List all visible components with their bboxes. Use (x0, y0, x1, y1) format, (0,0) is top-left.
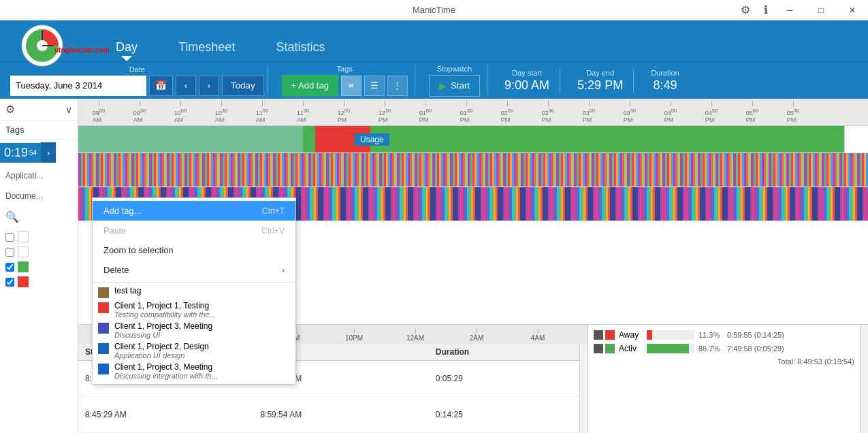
tick-0100: 0100PM (405, 101, 446, 125)
usage-green-1[interactable] (78, 126, 315, 153)
ctx-tag-text-4: Client 1, Project 2, Design Application … (114, 342, 209, 359)
sidebar-item-applications[interactable]: Applicati... (0, 165, 78, 186)
sidebar-checkboxes (0, 227, 78, 291)
sidebar-chevron-icon[interactable]: ∨ (65, 104, 72, 115)
stats-sq1-active (594, 344, 603, 353)
sidebar-tags-label: Tags (5, 125, 24, 135)
ctx-tag-project3-meeting2[interactable]: Client 1, Project 3, Meeting Discussing … (93, 361, 295, 381)
maximize-button[interactable]: □ (805, 0, 837, 20)
ctx-separator (93, 282, 295, 283)
col-duration-label: Duration (436, 347, 469, 357)
ctx-paste: Paste Ctrl+V (93, 221, 295, 240)
btick-4am: 4AM (507, 329, 568, 344)
tick-1200: 1200PM (323, 101, 364, 125)
ctx-tag-testtag[interactable]: test tag (93, 285, 295, 300)
ctx-tag-color-5 (98, 364, 109, 374)
minimize-button[interactable]: ─ (774, 0, 805, 20)
ctx-paste-shortcut: Ctrl+V (261, 226, 285, 236)
tag-view-compact-button[interactable]: ⋮ (387, 76, 408, 96)
ctx-zoom[interactable]: Zoom to selection (93, 240, 295, 260)
stats-bar-active (647, 344, 694, 353)
usage-label: Usage (355, 133, 389, 146)
ctx-delete[interactable]: Delete › (93, 260, 295, 280)
table-row[interactable]: 8:45:29 AM 8:59:54 AM 0:14:25 (78, 397, 579, 433)
tick-0230: 0230PM (528, 101, 568, 125)
ctx-tag-project2-design[interactable]: Client 1, Project 2, Design Application … (93, 340, 295, 361)
play-icon: ▶ (439, 80, 447, 91)
color-block-2 (18, 246, 29, 257)
apps-bar[interactable] (78, 153, 868, 187)
ctx-tag-color-4 (98, 343, 109, 354)
settings-icon[interactable]: ⚙ (5, 103, 15, 116)
add-tag-button[interactable]: + Add tag (282, 75, 338, 97)
tag-view-grid-button[interactable]: ≡ (341, 76, 361, 96)
checkbox-row-1 (5, 231, 72, 242)
checkbox-3[interactable] (5, 263, 14, 272)
sidebar-item-documents[interactable]: Docume... (0, 186, 78, 206)
stats-duration-away: 0:59:55 (0:14:25) (727, 331, 784, 339)
info-icon[interactable]: ℹ (759, 3, 773, 17)
tick-1230: 1230PM (364, 101, 405, 125)
ctx-add-tag-shortcut: Ctrl+T (262, 206, 285, 216)
tick-1130: 1130AM (283, 101, 323, 125)
start-button[interactable]: ▶ Start (429, 75, 480, 97)
timer-expand-button[interactable]: › (41, 142, 56, 163)
tick-0300: 0300PM (568, 101, 609, 125)
tab-statistics[interactable]: Statistics (255, 33, 345, 61)
day-start-value: 9:00 AM (504, 78, 549, 93)
col-duration[interactable]: Duration (429, 344, 579, 361)
prev-date-button[interactable]: ‹ (176, 76, 196, 96)
usage-white (844, 126, 868, 153)
table-scrollbar[interactable] (579, 344, 588, 433)
stats-pct-away: 11.3% (698, 331, 723, 339)
close-button[interactable]: ✕ (837, 0, 868, 20)
duration-value: 8:49 (653, 78, 677, 93)
ctx-tag-color-3 (98, 323, 109, 334)
watermark: utnghochan.com (54, 46, 110, 54)
color-block-3 (18, 261, 29, 272)
timer-value: 0:19 (4, 146, 28, 160)
duration-label: Duration (651, 69, 679, 77)
stats-row-active: Activ 88.7% 7:49:58 (0:05:29) (594, 344, 854, 353)
date-input[interactable] (10, 76, 146, 96)
timer-seconds: 54 (29, 149, 37, 157)
tick-0400: 0400PM (650, 101, 691, 125)
stats-scrollbar[interactable] (860, 325, 868, 433)
btick-2am: 2AM (446, 329, 507, 344)
calendar-button[interactable]: 📅 (149, 76, 173, 96)
stats-total: Total: 8:49:53 (0:19:54) (594, 357, 854, 366)
ctx-tag-text-1: test tag (114, 286, 141, 295)
gear-icon[interactable]: ⚙ (739, 3, 752, 17)
tag-view-list-button[interactable]: ☰ (364, 76, 385, 96)
ctx-add-tag-label: Add tag... (103, 206, 142, 216)
day-start-label: Day start (512, 69, 542, 77)
usage-row: Usage (78, 126, 868, 153)
usage-green-2[interactable] (370, 126, 868, 153)
stats-label-active: Activ (619, 344, 643, 353)
row1-duration: 0:05:29 (429, 361, 579, 397)
checkbox-row-4 (5, 276, 72, 287)
checkbox-2[interactable] (5, 248, 14, 257)
tick-0130: 0130PM (446, 101, 487, 125)
today-button[interactable]: Today (222, 76, 264, 96)
tick-1030: 1030AM (201, 101, 242, 125)
row2-start: 8:45:29 AM (78, 397, 253, 433)
ctx-add-tag[interactable]: Add tag... Ctrl+T (93, 201, 295, 221)
stats-row-away: Away 11.3% 0:59:55 (0:14:25) (594, 330, 854, 340)
next-date-button[interactable]: › (199, 76, 219, 96)
stats-panel: Away 11.3% 0:59:55 (0:14:25) Activ (588, 325, 860, 433)
color-block-1 (18, 231, 29, 242)
stats-bar-fill-away (647, 330, 652, 340)
stats-duration-active: 7:49:58 (0:05:29) (727, 344, 784, 353)
tick-0930: 0930AM (119, 101, 160, 125)
toolbar-icons: ⚙ ℹ (739, 3, 773, 17)
row2-end: 8:59:54 AM (253, 397, 428, 433)
ctx-tag-project3-meeting[interactable]: Client 1, Project 3, Meeting Discussing … (93, 320, 295, 340)
checkbox-4[interactable] (5, 278, 14, 287)
checkbox-1[interactable] (5, 233, 14, 242)
search-icon[interactable]: 🔍 (5, 211, 19, 223)
ctx-tag-project1[interactable]: Client 1, Project 1, Testing Testing com… (93, 300, 295, 320)
title-bar: ManicTime ⚙ ℹ ─ □ ✕ (0, 0, 868, 20)
row2-duration: 0:14:25 (429, 397, 579, 433)
tab-timesheet[interactable]: Timesheet (158, 33, 255, 61)
